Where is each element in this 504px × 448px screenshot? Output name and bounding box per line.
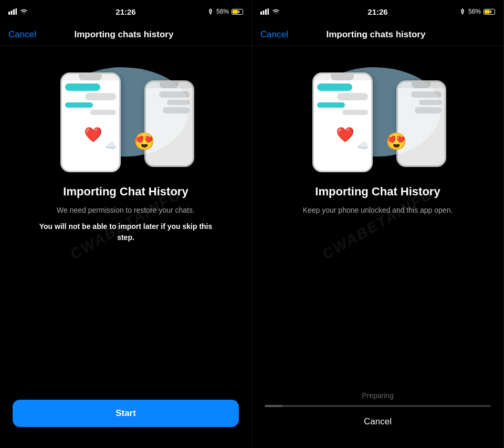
progress-bar-track [265,405,491,407]
location-icon-right [459,8,466,15]
cloud-emoji-right: ☁️ [357,140,369,151]
status-right-right: 56% [459,8,495,15]
status-bar-left: 21:26 56% [0,0,251,23]
cancel-button-left[interactable]: Cancel [8,29,36,40]
smile-emoji-left: 😍 [134,131,155,151]
svg-rect-2 [13,9,15,15]
nav-title-right: Importing chats history [327,29,426,40]
nav-bar-left: Cancel Importing chats history [0,23,251,46]
status-right-left: 56% [207,8,243,15]
cancel-button-right[interactable]: Cancel [260,29,288,40]
signal-icon [8,8,17,15]
right-screen: 21:26 56% Cancel Importing chats history [252,0,504,448]
status-left-icons-right [260,8,280,15]
location-icon [207,8,214,15]
nav-title-left: Importing chats history [75,29,174,40]
status-left-icons [8,8,28,15]
bottom-area-left: Start [0,389,251,448]
progress-area-right: Preparing Cancel [252,383,503,448]
cloud-emoji-left: ☁️ [105,140,117,151]
signal-icon-right [260,8,269,15]
left-screen: 21:26 56% Cancel Importing chats history [0,0,252,448]
nav-bar-right: Cancel Importing chats history [252,23,503,46]
svg-rect-6 [263,11,265,15]
progress-label: Preparing [362,391,394,400]
svg-rect-8 [268,8,269,15]
battery-percent-left: 56% [216,8,229,15]
heading-right: Importing Chat History [315,185,440,199]
battery-percent-right: 56% [468,8,481,15]
svg-rect-3 [16,8,17,15]
phone-right-device-right [396,80,446,167]
svg-rect-1 [11,11,13,15]
content-right: ❤️ ☁️ 😍 Importing Chat History Keep your… [252,46,503,383]
heart-emoji-left: ❤️ [84,126,102,143]
battery-icon-left [232,9,243,15]
status-time-left: 21:26 [116,7,135,16]
start-button[interactable]: Start [13,400,239,427]
wifi-icon-right [272,9,280,15]
svg-rect-0 [8,12,10,15]
cancel-progress-button[interactable]: Cancel [364,416,392,427]
heart-emoji-right: ❤️ [336,126,354,143]
battery-icon-right [484,9,495,15]
description-right: Keep your phone unlocked and this app op… [303,205,453,216]
illustration-right: ❤️ ☁️ 😍 [304,57,452,172]
status-bar-right: 21:26 56% [252,0,503,23]
status-time-right: 21:26 [368,7,387,16]
phone-right-device [144,80,194,167]
wifi-icon [20,9,28,15]
bold-note-left: You will not be able to import later if … [37,221,215,243]
svg-rect-5 [260,12,262,15]
phone-left-device [60,72,121,172]
heading-left: Importing Chat History [63,185,188,199]
content-left: ❤️ ☁️ 😍 Importing Chat History We need p… [0,46,251,389]
smile-emoji-right: 😍 [386,131,407,151]
illustration-left: ❤️ ☁️ 😍 [52,57,200,172]
description-left: We need permission to restore your chats… [57,205,195,216]
phone-left-device-right [312,72,373,172]
svg-rect-7 [265,9,267,15]
progress-bar-fill [265,405,282,407]
